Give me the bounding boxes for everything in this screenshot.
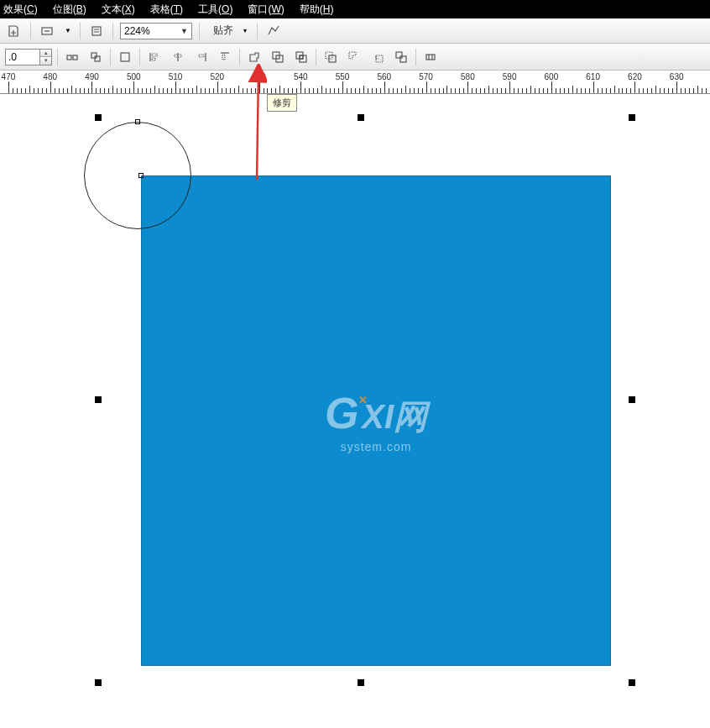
- zoom-combo[interactable]: 224% ▼: [120, 23, 192, 39]
- node-handle[interactable]: [138, 173, 144, 178]
- separator: [80, 23, 81, 39]
- watermark: G XI网 system.com: [325, 388, 427, 453]
- weld-button[interactable]: [245, 48, 264, 66]
- boundary-button[interactable]: [392, 48, 410, 66]
- align-left-icon: [148, 50, 161, 64]
- svg-rect-4: [91, 53, 97, 58]
- import-icon: [8, 24, 21, 38]
- options-icon: [267, 24, 280, 38]
- separator: [257, 23, 258, 39]
- svg-rect-7: [152, 54, 157, 56]
- separator: [112, 23, 113, 39]
- align-right-button[interactable]: [192, 48, 211, 66]
- selection-handle-e[interactable]: [629, 396, 635, 403]
- selection-handle-w[interactable]: [95, 396, 102, 403]
- ungroup-icon: [65, 50, 79, 64]
- svg-rect-11: [222, 55, 225, 60]
- back-minus-front-icon: [371, 50, 384, 64]
- tooltip: 修剪: [267, 94, 297, 112]
- separator: [316, 49, 316, 65]
- selection-handle-se[interactable]: [629, 679, 635, 686]
- rectangle-shape[interactable]: G XI网 system.com: [141, 175, 611, 666]
- menu-effects[interactable]: 效果(C): [3, 3, 38, 17]
- svg-rect-21: [426, 55, 435, 60]
- align-left-button[interactable]: [145, 48, 164, 66]
- horizontal-ruler: 4704804905005105205305405505605705805906…: [0, 71, 710, 94]
- menu-table[interactable]: 表格(T): [150, 3, 183, 17]
- dropdown-arrow[interactable]: ▼: [63, 22, 73, 40]
- create-boundary-button[interactable]: [421, 48, 440, 66]
- align-top-button[interactable]: [216, 48, 234, 66]
- selection-handle-nw[interactable]: [95, 114, 102, 121]
- simplify-icon: [324, 50, 337, 64]
- node-handle[interactable]: [135, 119, 140, 124]
- svg-rect-2: [67, 55, 71, 60]
- combine-button[interactable]: [116, 48, 134, 66]
- svg-rect-8: [152, 58, 155, 60]
- import-button[interactable]: [5, 22, 23, 40]
- separator: [415, 49, 416, 65]
- separator: [57, 49, 58, 65]
- zoom-value: 224%: [124, 25, 150, 37]
- back-minus-front-button[interactable]: [368, 48, 387, 66]
- menubar: 效果(C) 位图(B) 文本(X) 表格(T) 工具(O) 窗口(W) 帮助(H…: [0, 0, 710, 18]
- ungroup-button[interactable]: [63, 48, 81, 66]
- spinner[interactable]: ▴▾: [40, 49, 52, 65]
- create-boundary-icon: [424, 50, 437, 64]
- separator: [199, 23, 200, 39]
- selection-center: ✕: [358, 394, 368, 406]
- selection-handle-n[interactable]: [358, 114, 364, 121]
- intersect-icon: [295, 50, 308, 64]
- svg-rect-1: [92, 27, 101, 35]
- trim-icon: [271, 50, 285, 64]
- menu-window[interactable]: 窗口(W): [248, 3, 284, 17]
- menu-text[interactable]: 文本(X): [102, 3, 135, 17]
- snap-dropdown[interactable]: ▾: [240, 22, 250, 40]
- separator: [139, 49, 140, 65]
- separator: [110, 49, 111, 65]
- svg-rect-5: [95, 56, 100, 61]
- snap-label[interactable]: 贴齐: [213, 24, 233, 38]
- align-center-button[interactable]: [169, 48, 187, 66]
- chevron-down-icon: ▼: [180, 27, 188, 35]
- simplify-button[interactable]: [321, 48, 340, 66]
- svg-rect-6: [121, 53, 129, 61]
- combine-icon: [118, 50, 132, 64]
- front-minus-back-icon: [347, 50, 361, 64]
- trim-button[interactable]: [269, 48, 287, 66]
- export-button[interactable]: [38, 22, 56, 40]
- align-center-icon: [171, 50, 185, 64]
- boundary-icon: [394, 50, 408, 64]
- group-icon: [89, 50, 102, 64]
- menu-tools[interactable]: 工具(O): [198, 3, 232, 17]
- menu-bitmap[interactable]: 位图(B): [53, 3, 86, 17]
- selection-handle-ne[interactable]: [629, 114, 635, 121]
- options-button[interactable]: [264, 22, 283, 40]
- canvas[interactable]: G XI网 system.com ✕ 修剪: [0, 94, 710, 728]
- separator: [30, 23, 31, 39]
- publish-button[interactable]: [87, 22, 106, 40]
- align-right-icon: [195, 50, 208, 64]
- align-top-icon: [218, 50, 232, 64]
- intersect-button[interactable]: [292, 48, 311, 66]
- svg-rect-20: [400, 56, 406, 62]
- selection-handle-sw[interactable]: [95, 679, 102, 686]
- svg-rect-16: [300, 55, 303, 59]
- separator: [239, 49, 240, 65]
- svg-rect-10: [199, 55, 204, 57]
- export-icon: [40, 24, 54, 38]
- svg-rect-3: [73, 55, 77, 60]
- selection-handle-s[interactable]: [358, 679, 364, 686]
- weld-icon: [248, 50, 261, 64]
- menu-help[interactable]: 帮助(H): [300, 3, 334, 17]
- toolbar-main: ▼ 224% ▼ 贴齐 ▾: [0, 18, 710, 44]
- toolbar-shape: .0 ▴▾: [0, 44, 710, 71]
- svg-rect-19: [396, 52, 402, 58]
- group-button[interactable]: [86, 48, 105, 66]
- circle-shape[interactable]: [84, 122, 191, 229]
- front-minus-back-button[interactable]: [345, 48, 363, 66]
- publish-icon: [90, 24, 103, 38]
- numeric-input[interactable]: .0: [5, 49, 40, 65]
